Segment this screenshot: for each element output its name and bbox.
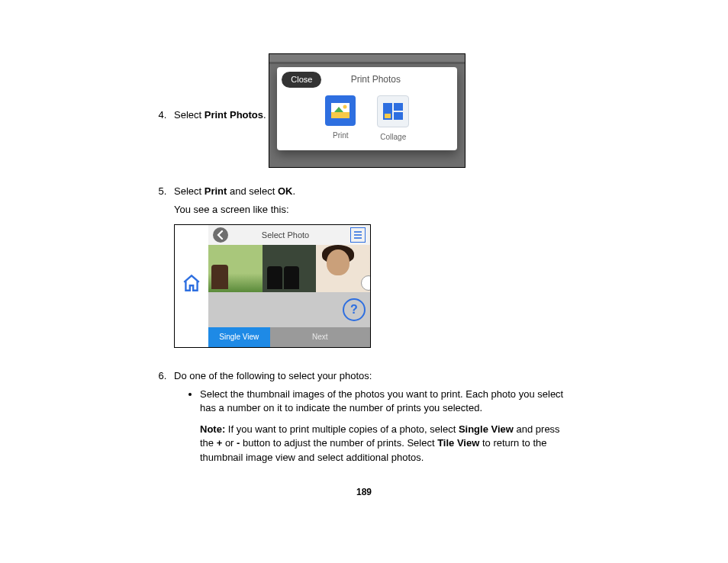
note-p3: or xyxy=(222,437,237,449)
select-photo-title: Select Photo xyxy=(225,230,346,241)
step-6-text: Do one of the following to select your p… xyxy=(174,370,372,381)
step-6-bullets: Select the thumbnail images of the photo… xyxy=(174,388,575,465)
step-5-b2: OK xyxy=(278,185,293,197)
svg-point-3 xyxy=(343,105,347,109)
menu-button[interactable] xyxy=(350,227,366,243)
next-button[interactable]: Next xyxy=(270,327,370,347)
print-photo-icon xyxy=(325,95,356,126)
page-number: 189 xyxy=(153,486,575,499)
collage-option[interactable]: Collage xyxy=(377,95,409,143)
svg-rect-6 xyxy=(394,112,403,120)
step-5-mid: and select xyxy=(227,185,278,197)
photo-thumbnail[interactable] xyxy=(263,245,317,292)
collage-icon xyxy=(377,95,409,127)
note-b1: Single View xyxy=(459,423,514,435)
screenshot-select-photo: Select Photo ? xyxy=(174,224,371,348)
step-4-pre: Select xyxy=(174,109,205,121)
device-left-rail xyxy=(175,225,208,347)
dialog-title: Print Photos xyxy=(298,73,453,86)
note-block: Note: If you want to print multiple copi… xyxy=(200,423,575,465)
device-topbar xyxy=(269,54,465,64)
photo-thumbnail[interactable] xyxy=(208,245,263,292)
svg-rect-1 xyxy=(331,112,350,118)
home-icon[interactable] xyxy=(182,272,201,300)
photo-thumbnail[interactable] xyxy=(316,245,370,292)
print-option-label: Print xyxy=(325,130,356,141)
step-5-post: . xyxy=(292,185,295,197)
collage-option-label: Collage xyxy=(377,132,409,143)
note-p4: button to adjust the number of prints. S… xyxy=(240,437,437,449)
step-6: Do one of the following to select your p… xyxy=(169,369,575,465)
note-p1: If you want to print multiple copies of … xyxy=(225,423,459,435)
note-label: Note: xyxy=(200,423,225,435)
instruction-list: Select Print Photos. Close Print Photos xyxy=(153,46,575,465)
print-photos-dialog: Close Print Photos Print xyxy=(277,67,457,150)
step-4: Select Print Photos. Close Print Photos xyxy=(169,46,575,174)
photo-thumbnail-strip xyxy=(208,245,370,292)
bullet-select-thumbnails: Select the thumbnail images of the photo… xyxy=(200,388,575,465)
step-4-bold: Print Photos xyxy=(205,109,263,121)
svg-rect-7 xyxy=(385,114,391,118)
step-5-pre: Select xyxy=(174,185,205,197)
svg-rect-5 xyxy=(394,103,403,111)
print-option[interactable]: Print xyxy=(325,95,356,143)
single-view-button[interactable]: Single View xyxy=(208,327,270,347)
note-b4: Tile View xyxy=(437,437,479,449)
step-5: Select Print and select OK. You see a sc… xyxy=(169,185,575,359)
bullet-1-text: Select the thumbnail images of the photo… xyxy=(200,388,563,413)
step-5-b1: Print xyxy=(205,185,227,197)
step-5-line2: You see a screen like this: xyxy=(174,203,575,217)
step-4-post: . xyxy=(263,109,266,121)
screenshot-print-photos: Close Print Photos Print xyxy=(269,53,465,168)
help-button[interactable]: ? xyxy=(343,298,366,321)
